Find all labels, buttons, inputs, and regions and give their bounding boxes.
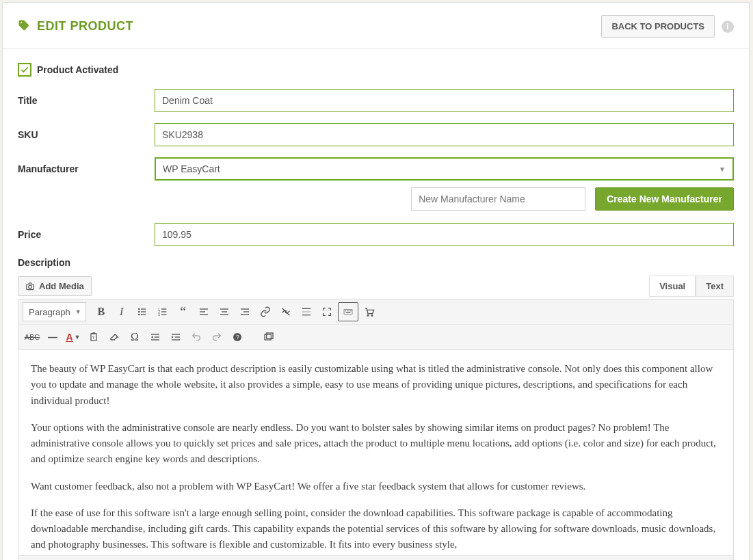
svg-rect-15 bbox=[200, 311, 205, 312]
resize-handle[interactable]: ◢ bbox=[18, 555, 733, 560]
svg-rect-26 bbox=[302, 315, 311, 315]
svg-rect-14 bbox=[200, 308, 208, 309]
info-icon[interactable]: i bbox=[722, 21, 734, 33]
svg-point-33 bbox=[367, 315, 369, 316]
description-p1: The beauty of WP EasyCart is that each p… bbox=[31, 361, 721, 409]
hr-icon[interactable]: — bbox=[43, 328, 62, 347]
svg-text:T: T bbox=[92, 336, 95, 340]
svg-rect-25 bbox=[302, 311, 311, 312]
svg-point-1 bbox=[29, 285, 32, 289]
svg-marker-45 bbox=[172, 336, 174, 338]
tag-icon bbox=[18, 19, 30, 34]
svg-rect-30 bbox=[348, 310, 349, 311]
quote-icon[interactable]: “ bbox=[174, 302, 193, 321]
align-left-icon[interactable] bbox=[194, 302, 213, 321]
description-p4: If the ease of use for this software isn… bbox=[31, 505, 721, 553]
manufacturer-value: WP EasyCart bbox=[163, 163, 220, 174]
svg-rect-9 bbox=[161, 308, 166, 309]
price-label: Price bbox=[18, 229, 155, 240]
svg-rect-49 bbox=[267, 333, 273, 338]
textcolor-icon[interactable]: A▼ bbox=[64, 328, 83, 347]
svg-rect-48 bbox=[265, 334, 271, 340]
title-label: Title bbox=[18, 95, 155, 106]
description-label: Description bbox=[18, 257, 734, 268]
back-to-products-button[interactable]: BACK TO PRODUCTS bbox=[601, 15, 715, 38]
price-input[interactable] bbox=[155, 223, 734, 246]
svg-rect-20 bbox=[241, 308, 249, 309]
help-icon[interactable]: ? bbox=[228, 328, 247, 347]
svg-rect-13 bbox=[161, 314, 166, 315]
tab-visual[interactable]: Visual bbox=[649, 276, 696, 297]
svg-rect-17 bbox=[220, 308, 228, 309]
new-manufacturer-input[interactable] bbox=[411, 187, 585, 211]
svg-text:?: ? bbox=[236, 334, 239, 341]
svg-text:3: 3 bbox=[158, 313, 160, 317]
svg-rect-27 bbox=[344, 310, 352, 315]
cart-icon[interactable] bbox=[360, 302, 379, 321]
title-input[interactable] bbox=[155, 89, 734, 112]
ul-icon[interactable] bbox=[133, 302, 152, 321]
svg-rect-11 bbox=[161, 311, 166, 312]
manufacturer-label: Manufacturer bbox=[18, 163, 155, 174]
svg-rect-36 bbox=[92, 332, 95, 334]
add-media-button[interactable]: Add Media bbox=[18, 276, 92, 296]
redo-icon[interactable] bbox=[207, 328, 226, 347]
eraser-icon[interactable] bbox=[105, 328, 124, 347]
editor-content[interactable]: The beauty of WP EasyCart is that each p… bbox=[18, 350, 733, 555]
keyboard-icon[interactable] bbox=[338, 302, 358, 321]
specialchar-icon[interactable]: Ω bbox=[125, 328, 144, 347]
edit-product-panel: EDIT PRODUCT BACK TO PRODUCTS i Product … bbox=[2, 2, 750, 560]
fullscreen-icon[interactable] bbox=[317, 302, 336, 321]
description-p3: Want customer feedback, also not a probl… bbox=[31, 479, 721, 494]
svg-marker-41 bbox=[151, 336, 153, 338]
create-manufacturer-button[interactable]: Create New Manufacturer bbox=[595, 187, 734, 211]
svg-rect-18 bbox=[222, 311, 227, 312]
svg-point-6 bbox=[138, 314, 140, 316]
ol-icon[interactable]: 123 bbox=[153, 302, 172, 321]
indent-icon[interactable] bbox=[166, 328, 185, 347]
svg-rect-44 bbox=[172, 339, 180, 340]
svg-rect-16 bbox=[200, 314, 208, 315]
svg-rect-7 bbox=[141, 314, 146, 315]
page-title: EDIT PRODUCT bbox=[37, 19, 133, 34]
svg-point-2 bbox=[138, 308, 140, 310]
svg-point-34 bbox=[371, 315, 373, 316]
tab-text[interactable]: Text bbox=[696, 276, 734, 297]
unlink-icon[interactable] bbox=[276, 302, 295, 321]
panel-header: EDIT PRODUCT BACK TO PRODUCTS i bbox=[3, 3, 749, 49]
svg-rect-21 bbox=[243, 311, 249, 312]
sku-input[interactable] bbox=[155, 123, 734, 146]
align-center-icon[interactable] bbox=[215, 302, 234, 321]
svg-rect-42 bbox=[172, 334, 180, 334]
undo-icon[interactable] bbox=[187, 328, 206, 347]
svg-rect-31 bbox=[350, 310, 351, 311]
editor-toolbar: Paragraph ▼ B I 123 “ bbox=[18, 299, 733, 350]
outdent-icon[interactable] bbox=[146, 328, 165, 347]
svg-rect-5 bbox=[141, 311, 146, 312]
svg-rect-40 bbox=[151, 339, 159, 340]
chevron-down-icon: ▼ bbox=[75, 308, 81, 315]
camera-icon bbox=[25, 282, 35, 291]
svg-rect-24 bbox=[302, 308, 311, 309]
panel-body: Product Activated Title SKU Manufacturer… bbox=[3, 49, 749, 560]
svg-rect-3 bbox=[141, 308, 146, 309]
strike-icon[interactable]: ABC bbox=[23, 328, 42, 347]
gallery-icon[interactable] bbox=[259, 328, 278, 347]
link-icon[interactable] bbox=[256, 302, 275, 321]
svg-rect-38 bbox=[151, 334, 159, 334]
rich-text-editor: Paragraph ▼ B I 123 “ bbox=[18, 299, 734, 560]
align-right-icon[interactable] bbox=[235, 302, 254, 321]
product-activated-checkbox[interactable] bbox=[18, 63, 31, 77]
italic-icon[interactable]: I bbox=[112, 302, 131, 321]
svg-rect-29 bbox=[347, 310, 347, 311]
chevron-down-icon: ▼ bbox=[719, 165, 726, 173]
bold-icon[interactable]: B bbox=[92, 302, 111, 321]
svg-rect-43 bbox=[175, 336, 180, 337]
manufacturer-select[interactable]: WP EasyCart ▼ bbox=[155, 157, 734, 181]
readmore-icon[interactable] bbox=[297, 302, 316, 321]
format-select[interactable]: Paragraph ▼ bbox=[23, 302, 86, 321]
svg-rect-22 bbox=[241, 314, 249, 315]
svg-rect-32 bbox=[345, 312, 350, 313]
paste-icon[interactable]: T bbox=[84, 328, 103, 347]
svg-point-4 bbox=[138, 311, 140, 313]
